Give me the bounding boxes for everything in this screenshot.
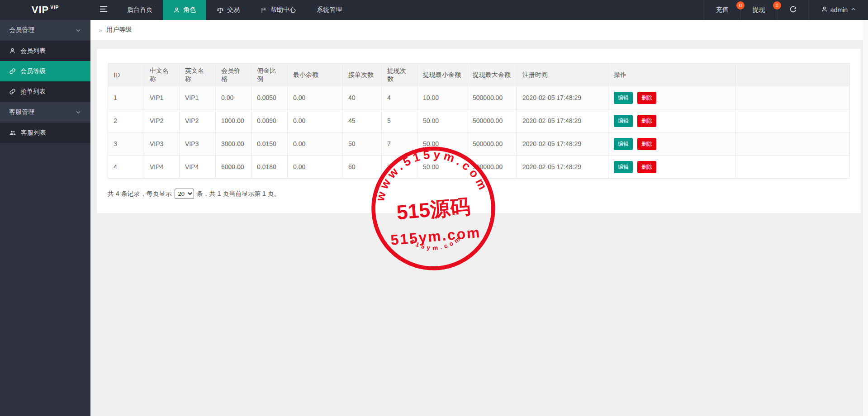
table-cell: 50.00: [417, 109, 467, 132]
table-cell: VIP4: [144, 156, 180, 179]
nav-label: 系统管理: [317, 6, 342, 14]
table-cell: VIP1: [180, 86, 216, 109]
brand-logo: VIP VIP: [0, 0, 90, 20]
table-cell: VIP2: [180, 109, 216, 132]
user-menu[interactable]: admin: [809, 0, 868, 20]
table-cell-actions: 编辑删除: [608, 156, 736, 179]
sidebar-toggle-button[interactable]: [90, 0, 117, 20]
table-cell: 0.00: [288, 156, 343, 179]
hamburger-icon: [100, 5, 108, 14]
brand-text: VIP: [32, 4, 49, 16]
table-cell-empty: [736, 156, 850, 179]
edit-button[interactable]: 编辑: [614, 161, 633, 173]
table-header-cell: 注册时间: [517, 64, 608, 86]
table-header-cell: 佣金比例: [251, 64, 288, 86]
table-cell: 500000.00: [467, 132, 517, 156]
table-cell: 0.0180: [251, 156, 288, 179]
top-navigation: 后台首页 角色 交易 帮助中心 系统管理: [117, 0, 352, 20]
table-header-cell: 提现次数: [382, 64, 417, 86]
sidebar-item-member-level[interactable]: 会员等级: [0, 61, 90, 81]
table-cell: 50: [343, 132, 382, 156]
delete-button[interactable]: 删除: [637, 92, 656, 104]
table-header-cell: 英文名称: [180, 64, 216, 86]
delete-button[interactable]: 删除: [637, 115, 656, 127]
scales-icon: [217, 7, 224, 14]
table-cell: 0.00: [288, 132, 343, 156]
table-cell: VIP4: [180, 156, 216, 179]
table-cell-actions: 编辑删除: [608, 109, 736, 132]
table-cell: VIP2: [144, 109, 180, 132]
table-cell: 0.0090: [251, 109, 288, 132]
delete-button[interactable]: 删除: [637, 161, 656, 173]
table-header-cell: 会员价格: [216, 64, 251, 86]
table-header-cell-empty: [736, 64, 850, 86]
sidebar-group-label: 客服管理: [9, 108, 34, 116]
table-cell-actions: 编辑删除: [608, 86, 736, 109]
edit-button[interactable]: 编辑: [614, 138, 633, 150]
topbar-right: 充值 0 提现 0 admin: [704, 0, 868, 20]
sidebar-item-order-grab-list[interactable]: 抢单列表: [0, 81, 90, 102]
refresh-icon: [789, 5, 797, 14]
table-cell: 50.00: [417, 132, 467, 156]
sidebar-item-label: 会员等级: [20, 67, 46, 76]
table-cell: 2020-02-05 17:48:29: [517, 109, 608, 132]
sidebar-group-customer-service[interactable]: 客服管理: [0, 102, 90, 123]
content-card: ID中文名称英文名称会员价格佣金比例最小余额接单次数提现次数提现最小金额提现最大…: [97, 49, 861, 213]
scrollbar[interactable]: [863, 20, 868, 416]
table-cell-empty: [736, 86, 850, 109]
nav-label: 交易: [227, 6, 240, 14]
table-cell: 2020-02-05 17:48:29: [517, 132, 608, 156]
brand-sup-text: VIP: [50, 5, 59, 10]
nav-label: 后台首页: [127, 6, 152, 14]
sidebar-item-customer-service-list[interactable]: 客服列表: [0, 123, 90, 143]
nav-item-dashboard[interactable]: 后台首页: [117, 0, 163, 20]
table-cell: VIP3: [180, 132, 216, 156]
main-content: » 用户等级 ID中文名称英文名称会员价格佣金比例最小余额接单次数提现次数提现最…: [90, 20, 868, 416]
breadcrumb-arrow-icon: »: [99, 26, 102, 34]
recharge-label: 充值: [716, 6, 729, 14]
table-cell: 2020-02-05 17:48:29: [517, 156, 608, 179]
user-name: admin: [830, 6, 848, 14]
nav-item-roles[interactable]: 角色: [163, 0, 206, 20]
page-size-select[interactable]: 20: [175, 189, 194, 199]
table-header-cell: 操作: [608, 64, 736, 86]
table-cell: 0.00: [288, 109, 343, 132]
page-title: 用户等级: [106, 26, 132, 34]
delete-button[interactable]: 删除: [637, 138, 656, 150]
table-cell: 1000.00: [216, 109, 251, 132]
table-cell: 4: [382, 86, 417, 109]
table-cell: 1: [108, 86, 144, 109]
table-row: 2VIP2VIP21000.000.00900.0045550.00500000…: [108, 109, 850, 132]
table-row: 3VIP3VIP33000.000.01500.0050750.00500000…: [108, 132, 850, 156]
refresh-button[interactable]: [777, 0, 809, 20]
sidebar-item-member-list[interactable]: 会员列表: [0, 41, 90, 61]
nav-item-trade[interactable]: 交易: [206, 0, 250, 20]
table-cell: 3000.00: [216, 132, 251, 156]
withdraw-button[interactable]: 提现 0: [740, 0, 777, 20]
table-header-cell: 提现最小金额: [417, 64, 467, 86]
table-cell: 2020-02-05 17:48:29: [517, 86, 608, 109]
recharge-button[interactable]: 充值 0: [704, 0, 740, 20]
nav-item-help-center[interactable]: 帮助中心: [250, 0, 306, 20]
user-level-table: ID中文名称英文名称会员价格佣金比例最小余额接单次数提现次数提现最小金额提现最大…: [108, 63, 850, 179]
nav-label: 帮助中心: [270, 6, 296, 14]
table-header-cell: 接单次数: [343, 64, 382, 86]
table-cell: 5: [382, 109, 417, 132]
table-cell: 3: [108, 132, 144, 156]
nav-label: 角色: [183, 6, 196, 14]
user-icon: [821, 6, 828, 14]
table-header-cell: 最小余额: [288, 64, 343, 86]
table-cell: 0.0050: [251, 86, 288, 109]
link-icon: [9, 88, 16, 95]
sidebar-group-member-management[interactable]: 会员管理: [0, 20, 90, 41]
pagination: 共 4 条记录，每页显示 20 条，共 1 页当前显示第 1 页。: [108, 189, 850, 199]
nav-item-system-management[interactable]: 系统管理: [306, 0, 352, 20]
table-header-row: ID中文名称英文名称会员价格佣金比例最小余额接单次数提现次数提现最小金额提现最大…: [108, 64, 850, 86]
chevron-down-icon: [75, 109, 81, 115]
sidebar: 会员管理 会员列表 会员等级 抢单列表 客服管理 客服列表: [0, 20, 90, 416]
table-cell: VIP3: [144, 132, 180, 156]
edit-button[interactable]: 编辑: [614, 92, 633, 104]
table-cell-empty: [736, 132, 850, 156]
edit-button[interactable]: 编辑: [614, 115, 633, 127]
table-body: 1VIP1VIP10.000.00500.0040410.00500000.00…: [108, 86, 850, 179]
